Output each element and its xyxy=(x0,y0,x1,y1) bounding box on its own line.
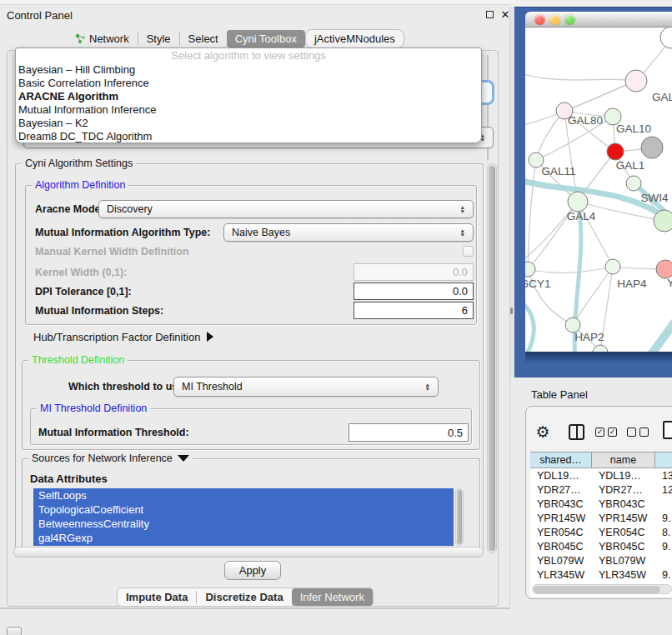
tab-style[interactable]: Style xyxy=(138,30,179,48)
hub-section-header[interactable]: Hub/Transcription Factor Definition xyxy=(33,330,213,343)
aracne-mode-combo[interactable]: Discovery ▲▼ xyxy=(98,200,474,218)
attributes-scrollbar[interactable] xyxy=(455,488,464,546)
mi-type-combo[interactable]: Naive Bayes ▲▼ xyxy=(223,223,474,242)
tab-jactivemnodules[interactable]: jActiveMNodules xyxy=(305,29,404,48)
network-node-big-green[interactable] xyxy=(654,210,672,232)
manual-kernel-label: Manual Kernel Width Definition xyxy=(35,246,189,258)
close-icon[interactable]: ✕ xyxy=(499,8,511,21)
network-window-shadow xyxy=(525,352,672,363)
table-row[interactable]: YBL079WYBL079W xyxy=(530,553,672,568)
network-edge-highlighted xyxy=(619,308,672,352)
table-cell: YDR27… xyxy=(530,484,592,496)
table-column-header[interactable]: shared… xyxy=(530,452,592,468)
mi-threshold-field[interactable]: 0.5 xyxy=(349,423,469,442)
table-cell: YPR145W xyxy=(530,512,592,524)
network-window-titlebar[interactable] xyxy=(525,12,672,28)
threshold-definition-legend: Threshold Definition xyxy=(28,354,128,366)
table-column-header[interactable] xyxy=(655,452,672,468)
table-cell: 12 xyxy=(655,484,672,496)
table-body: YDL19…YDL19…13YDR27…YDR27…12YBR043CYBR04… xyxy=(530,468,672,593)
table-column-header[interactable]: name xyxy=(592,452,655,468)
algorithm-option[interactable]: Dream8 DC_TDC Algorithm xyxy=(16,130,481,143)
split-columns-icon[interactable] xyxy=(569,424,584,440)
algorithm-option[interactable]: ARACNE Algorithm xyxy=(16,90,481,103)
aracne-mode-label: Aracne Mode: xyxy=(35,200,104,218)
table-cell: YLR345W xyxy=(592,569,655,581)
table-horizontal-scrollbar[interactable] xyxy=(532,584,672,594)
network-edge-highlighted xyxy=(525,299,534,352)
checked-box-icon[interactable]: ✓ xyxy=(608,428,617,437)
algorithm-option[interactable]: Basic Correlation Inference xyxy=(16,77,481,90)
network-node-label: Y xyxy=(667,277,672,289)
table-row[interactable]: YDL19…YDL19…13 xyxy=(530,468,672,482)
zoom-traffic-light[interactable] xyxy=(564,14,575,25)
table-row[interactable]: YLR345WYLR345W9. xyxy=(530,568,672,582)
table-cell: YLR345W xyxy=(530,569,592,581)
apply-button[interactable]: Apply xyxy=(224,561,281,580)
table-panel-title: Table Panel xyxy=(531,387,588,402)
network-node-GAL1-red[interactable] xyxy=(607,143,624,160)
table-row[interactable]: YER054CYER054C8. xyxy=(530,525,672,539)
tab-discretize-data[interactable]: Discretize Data xyxy=(197,588,291,606)
table-row[interactable]: YBR043CYBR043C xyxy=(530,497,672,511)
sources-legend[interactable]: Sources for Network Inference xyxy=(28,452,193,464)
data-attribute-item[interactable]: gal4RGexp xyxy=(33,531,454,545)
network-canvas[interactable]: GAL80GAL10GAL1GAL11SWI4GAL4GCY1HAP4HAP2G… xyxy=(525,28,672,352)
network-node-top-partial[interactable] xyxy=(660,28,672,48)
table-row[interactable]: YDR27…YDR27…12 xyxy=(530,482,672,497)
algorithm-dropdown-popup: Select algorithm to view settings Bayesi… xyxy=(15,48,482,143)
network-node-HAP4[interactable] xyxy=(605,259,620,274)
kernel-width-field[interactable]: 0.0 xyxy=(354,263,474,281)
gear-icon[interactable]: ⚙ xyxy=(534,422,551,441)
tab-infer-network[interactable]: Infer Network xyxy=(292,588,373,606)
tab-cyni-toolbox[interactable]: Cyni Toolbox xyxy=(227,30,305,48)
unchecked-box-icon[interactable] xyxy=(639,428,649,437)
algorithm-option[interactable]: Mutual Information Inference xyxy=(16,103,481,117)
minimize-traffic-light[interactable] xyxy=(549,14,560,25)
unchecked-box-icon[interactable] xyxy=(627,428,636,437)
table-cell: YDL19… xyxy=(530,470,592,482)
tab-select[interactable]: Select xyxy=(180,30,227,48)
checked-box-icon[interactable]: ✓ xyxy=(595,428,604,437)
network-node-label: GAL10 xyxy=(616,122,651,135)
tab-network[interactable]: Network xyxy=(67,30,138,48)
table-row[interactable]: YBR045CYBR045C9. xyxy=(530,539,672,553)
dpi-tolerance-field[interactable]: 0.0 xyxy=(354,282,474,300)
data-attribute-item[interactable]: TopologicalCoefficient xyxy=(33,502,454,517)
algorithm-option[interactable]: Bayesian – K2 xyxy=(16,117,481,130)
network-node-label: HAP2 xyxy=(574,331,604,343)
manual-kernel-checkbox[interactable] xyxy=(463,246,474,257)
float-window-icon[interactable] xyxy=(486,11,494,18)
which-threshold-combo[interactable]: MI Threshold ▲▼ xyxy=(173,377,439,397)
divider-handle[interactable] xyxy=(510,308,513,314)
algorithm-option[interactable]: Bayesian – Hill Climbing xyxy=(16,63,481,77)
table-cell: YER054C xyxy=(530,527,592,538)
document-icon[interactable] xyxy=(663,421,672,439)
control-panel-title: Control Panel xyxy=(7,8,73,22)
table-cell: 9. xyxy=(655,541,672,552)
network-node-label: GCY1 xyxy=(525,278,550,290)
network-node-gray-node[interactable] xyxy=(641,137,663,158)
settings-horizontal-scrollbar[interactable] xyxy=(13,547,484,558)
network-edge xyxy=(528,267,613,272)
top-strip xyxy=(0,0,510,5)
close-traffic-light[interactable] xyxy=(534,14,545,25)
tab-impute-data[interactable]: Impute Data xyxy=(118,588,196,606)
kernel-width-label: Kernel Width (0,1): xyxy=(35,263,127,281)
desktop: { "control_panel": { "title": "Control P… xyxy=(0,0,672,635)
table-cell: YBL079W xyxy=(530,555,592,567)
network-node-pink-upper[interactable] xyxy=(625,70,647,92)
data-attribute-item[interactable]: BetweennessCentrality xyxy=(33,517,454,531)
mi-steps-field[interactable]: 6 xyxy=(354,302,474,319)
network-node-salmon-node[interactable] xyxy=(656,260,672,278)
network-node-GAL1-green[interactable] xyxy=(626,176,641,191)
network-node-GAL4[interactable] xyxy=(568,192,588,212)
table-row[interactable]: YPR145WYPR145W9. xyxy=(530,511,672,525)
table-cell: YBR045C xyxy=(592,541,655,552)
stepper-arrows-icon: ▲▼ xyxy=(460,228,465,237)
network-node-GCY1[interactable] xyxy=(525,262,535,277)
minimized-panel-icon[interactable] xyxy=(7,627,22,635)
table-cell: 13 xyxy=(655,470,672,482)
settings-vertical-scrollbar[interactable] xyxy=(487,163,497,553)
data-attribute-item[interactable]: SelfLoops xyxy=(33,488,454,502)
